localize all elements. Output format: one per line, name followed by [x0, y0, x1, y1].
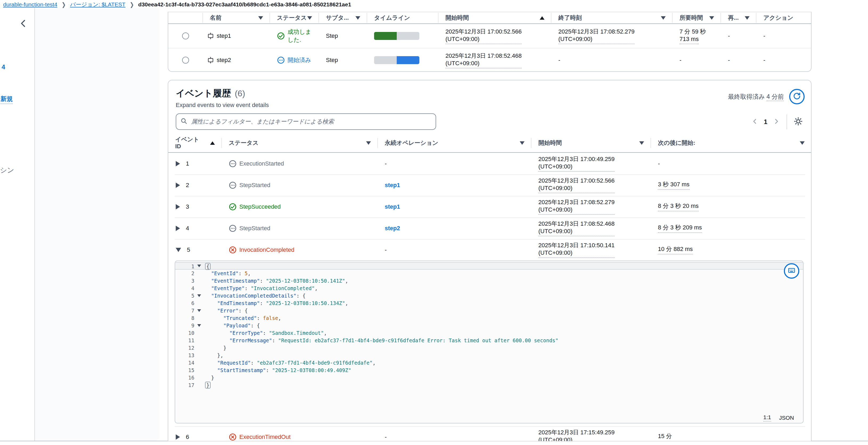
timeline-bar	[374, 56, 420, 64]
timeline-cell	[367, 54, 438, 67]
event-status-cell: ExecutionTimedOut	[222, 431, 378, 441]
fold-spacer	[194, 314, 204, 322]
column-header-label: ステータス	[277, 14, 307, 22]
error-x-icon	[229, 433, 237, 441]
previous-page-button[interactable]	[749, 117, 760, 127]
column-header-ステータス[interactable]: ステータス	[222, 134, 378, 152]
row-radio-button[interactable]	[182, 57, 189, 64]
column-header-label: イベントID	[175, 136, 199, 150]
starts-after-cell[interactable]: 8 分 3 秒 209 ms	[651, 221, 811, 235]
sort-ascending-icon[interactable]	[210, 141, 215, 145]
sort-filter-icon[interactable]	[800, 141, 805, 145]
expand-row-icon[interactable]	[176, 183, 180, 188]
collapse-row-icon[interactable]	[176, 248, 181, 252]
expand-row-icon[interactable]	[176, 161, 180, 166]
refresh-button[interactable]	[789, 89, 805, 104]
retry-cell: -	[721, 54, 756, 66]
breadcrumb-version-link[interactable]: バージョン: $LATEST	[70, 1, 125, 8]
code-line-3: 3 "EventTimestamp": "2025-12-03T08:10:50…	[175, 277, 803, 285]
starts-after-cell[interactable]: 8 分 3 秒 20 ms	[651, 199, 811, 214]
column-header-終了時刻[interactable]: 終了時刻	[551, 12, 673, 24]
table-preferences-button[interactable]	[792, 116, 805, 128]
column-header-名前[interactable]: 名前	[203, 12, 270, 24]
chevron-right-icon	[773, 118, 780, 126]
column-header-event-id[interactable]: イベントID	[168, 134, 222, 152]
cursor-position[interactable]: 1:1	[763, 414, 771, 421]
code-area[interactable]: 1{2 "EventId": 5,3 "EventTimestamp": "20…	[175, 261, 803, 413]
sidebar-fragment-4[interactable]: 4	[2, 63, 5, 71]
starts-after-cell[interactable]: 15 分	[651, 430, 811, 441]
timestamp: 2025年12月3日 17:00:52.566(UTC+09:00)	[538, 177, 615, 193]
start-time-cell[interactable]: 2025年12月3日 17:00:52.566(UTC+09:00)	[438, 25, 551, 47]
current-page-number[interactable]: 1	[764, 118, 767, 126]
status-label: 成功しました.	[287, 28, 312, 44]
event-history-subtitle: Expand events to view event details	[176, 102, 728, 108]
sidebar-fragment-new-link[interactable]: 新規	[1, 95, 13, 104]
column-header-アクション[interactable]: アクション	[756, 12, 811, 24]
code-text: "RequestId": "eb2afc37-f7d1-4bf4-bde9-c9…	[204, 359, 376, 367]
sort-filter-icon[interactable]	[639, 141, 644, 145]
event-start-time-cell[interactable]: 2025年12月3日 17:10:50.141(UTC+09:00)	[531, 239, 651, 260]
success-check-icon	[277, 32, 285, 40]
event-start-time-cell[interactable]: 2025年12月3日 17:15:49.259(UTC+09:00)	[531, 426, 651, 441]
event-filter-search[interactable]	[176, 114, 436, 130]
event-start-time-cell[interactable]: 2025年12月3日 17:08:52.279(UTC+09:00)	[531, 196, 651, 217]
column-header-再...[interactable]: 再...	[721, 12, 756, 24]
sort-filter-icon[interactable]	[355, 16, 360, 20]
fold-toggle-icon[interactable]	[194, 263, 204, 269]
column-header-永続オペレーション[interactable]: 永続オペレーション	[378, 134, 531, 152]
start-time-cell[interactable]: 2025年12月3日 17:08:52.468(UTC+09:00)	[438, 50, 551, 71]
event-row-6: 6ExecutionTimedOut-2025年12月3日 17:15:49.2…	[168, 426, 811, 441]
row-radio-button[interactable]	[182, 32, 189, 39]
operation-link[interactable]: step1	[385, 182, 400, 189]
duration-cell[interactable]: 7 分 59 秒713 ms	[673, 25, 721, 47]
code-line-6: 6 "EndTimestamp": "2025-12-03T08:10:50.1…	[175, 299, 803, 307]
starts-after-cell[interactable]: 3 秒 307 ms	[651, 178, 811, 192]
sidebar-collapse-button[interactable]	[18, 18, 29, 30]
column-header-所要時間[interactable]: 所要時間	[673, 12, 721, 24]
fold-toggle-icon[interactable]	[194, 307, 204, 314]
sort-filter-icon[interactable]	[520, 141, 525, 145]
starts-after-cell[interactable]: -	[651, 158, 811, 170]
column-header-ステータス[interactable]: ステータス	[270, 12, 319, 24]
next-page-button[interactable]	[771, 117, 782, 127]
editor-shortcuts-button[interactable]	[784, 263, 799, 279]
sort-filter-icon[interactable]	[661, 16, 665, 20]
search-input[interactable]	[191, 118, 431, 125]
starts-after-cell[interactable]: 10 分 882 ms	[651, 243, 811, 257]
column-header-開始時間[interactable]: 開始時間	[531, 134, 651, 152]
operation-link[interactable]: step1	[385, 203, 400, 210]
event-start-time-cell[interactable]: 2025年12月3日 17:08:52.468(UTC+09:00)	[531, 217, 651, 239]
fold-toggle-icon[interactable]	[194, 322, 204, 329]
code-line-8: 8 "Truncated": false,	[175, 314, 803, 322]
end-time-cell[interactable]: -	[551, 54, 673, 66]
sort-filter-icon[interactable]	[307, 16, 312, 20]
column-header-select[interactable]	[168, 12, 203, 24]
last-fetched-time[interactable]: 4 分前	[767, 93, 784, 101]
page-title: イベント履歴	[176, 88, 231, 98]
code-text: "StartTimestamp": "2025-12-03T08:00:49.4…	[204, 367, 351, 374]
breadcrumb-function-link[interactable]: durable-function-test4	[3, 1, 57, 8]
expand-row-icon[interactable]	[176, 434, 180, 440]
expand-row-icon[interactable]	[176, 226, 180, 231]
column-header-開始時間[interactable]: 開始時間	[438, 12, 551, 24]
fold-toggle-icon[interactable]	[194, 292, 204, 299]
code-line-13: 13 },	[175, 352, 803, 359]
sort-ascending-icon[interactable]	[540, 16, 545, 20]
operation-link[interactable]: step2	[385, 225, 400, 232]
duration-cell[interactable]: -	[673, 54, 721, 66]
column-header-次の後に開始:[interactable]: 次の後に開始:	[651, 134, 811, 152]
column-header-タイムライン[interactable]: タイムライン	[367, 12, 438, 24]
sort-filter-icon[interactable]	[709, 16, 714, 20]
expand-row-icon[interactable]	[176, 204, 180, 210]
code-line-14: 14 "RequestId": "eb2afc37-f7d1-4bf4-bde9…	[175, 359, 803, 367]
sort-filter-icon[interactable]	[745, 16, 749, 20]
event-start-time-cell[interactable]: 2025年12月3日 17:00:52.566(UTC+09:00)	[531, 174, 651, 196]
sort-filter-icon[interactable]	[258, 16, 263, 20]
end-time-cell[interactable]: 2025年12月3日 17:08:52.279(UTC+09:00)	[551, 25, 673, 47]
sort-filter-icon[interactable]	[366, 141, 371, 145]
event-start-time-cell[interactable]: 2025年12月3日 17:00:49.259(UTC+09:00)	[531, 153, 651, 174]
timestamp: 2025年12月3日 17:08:52.279(UTC+09:00)	[538, 198, 615, 215]
column-header-サブタ...[interactable]: サブタ...	[319, 12, 367, 24]
fold-spacer	[194, 329, 204, 337]
